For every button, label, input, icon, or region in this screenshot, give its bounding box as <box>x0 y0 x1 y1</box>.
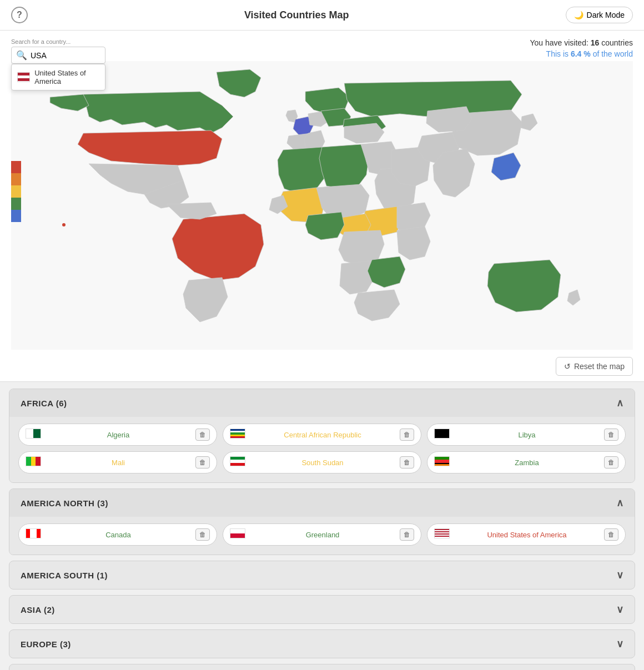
section-africa: AFRICA (6) ∧ Algeria 🗑 Central African R… <box>9 389 635 483</box>
flag-ly <box>434 429 450 441</box>
dark-mode-button[interactable]: 🌙 Dark Mode <box>566 7 633 23</box>
section-america-north: AMERICA NORTH (3) ∧ Canada 🗑 Greenland 🗑… <box>9 488 635 555</box>
moon-icon: 🌙 <box>574 11 583 19</box>
section-header-asia[interactable]: ASIA (2) ∨ <box>9 596 635 623</box>
country-card-left: Algeria <box>26 429 191 441</box>
chevron-asia: ∨ <box>616 603 624 616</box>
country-card: Canada 🗑 <box>18 523 217 546</box>
delete-country-button[interactable]: 🗑 <box>604 528 618 541</box>
map-legend <box>11 161 21 222</box>
section-europe: EUROPE (3) ∨ <box>9 629 635 658</box>
search-dropdown: United States of America <box>11 64 105 90</box>
delete-country-button[interactable]: 🗑 <box>400 528 414 541</box>
pct-value: 6.4 % <box>571 49 591 58</box>
reset-wrap: ↺ Reset the map <box>0 352 644 382</box>
stats-pct: This is 6.4 % of the world <box>530 49 633 58</box>
country-card: Greenland 🗑 <box>223 523 421 546</box>
country-name: Algeria <box>46 431 191 439</box>
country-card-left: Canada <box>26 528 191 541</box>
app-header: ? Visited Countries Map 🌙 Dark Mode <box>0 0 644 31</box>
delete-country-button[interactable]: 🗑 <box>195 429 210 441</box>
section-label-africa: AFRICA (6) <box>21 399 67 408</box>
country-card: Algeria 🗑 <box>18 424 217 446</box>
country-card: United States of America 🗑 <box>427 523 626 546</box>
section-header-africa[interactable]: AFRICA (6) ∧ <box>9 389 635 417</box>
country-grid-america-north: Canada 🗑 Greenland 🗑 United States of Am… <box>18 523 626 546</box>
country-name: Central African Republic <box>250 431 395 439</box>
country-name: Mali <box>46 459 191 467</box>
map-container: Search for a country... 🔍 United States … <box>0 31 644 352</box>
country-name: Canada <box>46 531 191 539</box>
delete-country-button[interactable]: 🗑 <box>400 456 414 469</box>
country-card: Libya 🗑 <box>427 424 626 446</box>
chevron-america-south: ∨ <box>616 569 624 581</box>
country-card: Central African Republic 🗑 <box>223 424 421 446</box>
country-card-left: Greenland <box>230 528 395 541</box>
search-icon: 🔍 <box>16 50 27 61</box>
section-asia: ASIA (2) ∨ <box>9 595 635 624</box>
sections-wrap: AFRICA (6) ∧ Algeria 🗑 Central African R… <box>0 382 644 670</box>
help-button[interactable]: ? <box>11 7 28 23</box>
country-name: Libya <box>454 431 600 439</box>
country-card-left: United States of America <box>434 528 600 541</box>
section-header-europe[interactable]: EUROPE (3) ∨ <box>9 630 635 658</box>
section-content-america-north: Canada 🗑 Greenland 🗑 United States of Am… <box>9 517 635 555</box>
reset-icon: ↺ <box>564 362 571 371</box>
section-header-oceania[interactable]: OCEANIA (1) ∨ <box>9 664 635 670</box>
reset-map-button[interactable]: ↺ Reset the map <box>556 357 633 376</box>
section-label-asia: ASIA (2) <box>21 605 55 614</box>
delete-country-button[interactable]: 🗑 <box>400 429 414 441</box>
delete-country-button[interactable]: 🗑 <box>604 456 618 469</box>
country-card-left: Zambia <box>434 456 600 469</box>
country-card: Zambia 🗑 <box>427 451 626 473</box>
search-wrap: Search for a country... 🔍 United States … <box>11 38 105 64</box>
flag-zm <box>434 456 450 469</box>
country-card: Mali 🗑 <box>18 451 217 473</box>
flag-ml <box>26 456 41 469</box>
visited-count: 16 <box>591 38 600 47</box>
world-map[interactable] <box>11 61 633 350</box>
stats-visited: You have visited: 16 countries <box>530 38 633 47</box>
stats-wrap: You have visited: 16 countries This is 6… <box>530 38 633 58</box>
country-grid-africa: Algeria 🗑 Central African Republic 🗑 Lib… <box>18 424 626 473</box>
chevron-europe: ∨ <box>616 638 624 650</box>
flag-us <box>434 528 450 541</box>
country-card-left: Mali <box>26 456 191 469</box>
delete-country-button[interactable]: 🗑 <box>195 456 210 469</box>
chevron-america-north: ∧ <box>616 497 624 509</box>
search-label: Search for a country... <box>11 38 105 45</box>
legend-yellow <box>11 185 21 198</box>
country-card-left: Libya <box>434 429 600 441</box>
section-label-america-south: AMERICA SOUTH (1) <box>21 571 108 580</box>
flag-ca <box>26 528 41 541</box>
section-oceania: OCEANIA (1) ∨ <box>9 664 635 670</box>
flag-dz <box>26 429 41 441</box>
legend-blue <box>11 210 21 222</box>
search-box: 🔍 <box>11 47 105 64</box>
country-card-left: Central African Republic <box>230 429 395 441</box>
section-label-europe: EUROPE (3) <box>21 639 71 649</box>
flag-us <box>17 72 30 82</box>
search-result-item[interactable]: United States of America <box>12 64 105 90</box>
search-input[interactable] <box>31 51 97 60</box>
flag-cf <box>230 429 245 441</box>
section-header-america-south[interactable]: AMERICA SOUTH (1) ∨ <box>9 561 635 589</box>
chevron-africa: ∧ <box>616 397 624 409</box>
country-name: United States of America <box>454 531 600 539</box>
search-result-label: United States of America <box>34 69 99 85</box>
section-header-america-north[interactable]: AMERICA NORTH (3) ∧ <box>9 489 635 517</box>
section-content-africa: Algeria 🗑 Central African Republic 🗑 Lib… <box>9 417 635 482</box>
section-label-america-north: AMERICA NORTH (3) <box>21 498 108 508</box>
country-card: South Sudan 🗑 <box>223 451 421 473</box>
delete-country-button[interactable]: 🗑 <box>604 429 618 441</box>
legend-green <box>11 198 21 210</box>
flag-gl <box>230 528 245 541</box>
country-name: South Sudan <box>250 459 395 467</box>
page-title: Visited Countries Map <box>28 9 566 21</box>
section-america-south: AMERICA SOUTH (1) ∨ <box>9 561 635 590</box>
legend-red <box>11 161 21 173</box>
country-card-left: South Sudan <box>230 456 395 469</box>
country-name: Zambia <box>454 459 600 467</box>
legend-orange <box>11 173 21 185</box>
delete-country-button[interactable]: 🗑 <box>195 528 210 541</box>
